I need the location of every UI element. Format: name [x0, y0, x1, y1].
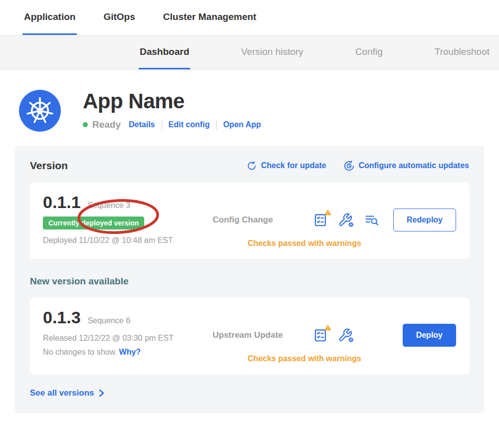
- current-version-card: 0.1.1 Sequence 3 Currently deployed vers…: [30, 183, 469, 259]
- tab-version-history[interactable]: Version history: [240, 35, 304, 69]
- details-link[interactable]: Details: [129, 120, 155, 129]
- version-panel: Version Check for update Configure autom…: [15, 146, 484, 413]
- current-version-number: 0.1.1: [43, 193, 81, 212]
- released-timestamp: Released 12/12/22 @ 03:30 pm EST: [43, 334, 208, 343]
- preflight-checks-icon[interactable]: [313, 213, 328, 227]
- top-nav: Application GitOps Cluster Management: [0, 0, 499, 35]
- configure-auto-updates-label: Configure automatic updates: [359, 161, 469, 170]
- divider: [216, 120, 217, 130]
- current-version-type: Config Change: [213, 215, 300, 225]
- new-version-heading: New version available: [30, 276, 469, 287]
- deployed-timestamp: Deployed 11/10/22 @ 10:48 am EST: [43, 236, 208, 245]
- deploy-button[interactable]: Deploy: [403, 324, 456, 347]
- why-link[interactable]: Why?: [119, 348, 141, 356]
- chevron-right-icon: [98, 389, 104, 398]
- top-nav-item-gitops[interactable]: GitOps: [102, 0, 136, 35]
- new-version-card: 0.1.3 Sequence 6 Released 12/12/22 @ 03:…: [30, 298, 469, 374]
- current-checks-status: Checks passed with warnings: [213, 239, 456, 248]
- new-version-number: 0.1.3: [43, 308, 81, 327]
- tab-dashboard[interactable]: Dashboard: [139, 35, 190, 69]
- see-all-versions-label: See all versions: [30, 388, 94, 398]
- app-header: App Name Ready Details Edit config Open …: [0, 70, 499, 132]
- divider: [162, 120, 162, 130]
- no-changes-label: No changes to show.: [43, 348, 117, 356]
- top-nav-item-application[interactable]: Application: [22, 0, 77, 35]
- deployed-version-badge: Currently deployed version: [43, 217, 144, 229]
- check-for-update-button[interactable]: Check for update: [247, 160, 326, 172]
- tab-config[interactable]: Config: [354, 35, 384, 69]
- see-all-versions-link[interactable]: See all versions: [30, 388, 104, 398]
- view-diff-icon[interactable]: [364, 213, 379, 227]
- check-for-update-label: Check for update: [261, 161, 326, 170]
- refresh-icon: [247, 161, 257, 171]
- redeploy-button[interactable]: Redeploy: [393, 209, 456, 231]
- kubernetes-logo-icon: [19, 90, 61, 132]
- config-tools-icon[interactable]: [338, 328, 354, 343]
- sub-nav: Dashboard Version history Config Trouble…: [0, 35, 499, 70]
- warning-triangle-icon: [324, 324, 332, 331]
- new-sequence-label: Sequence 6: [88, 316, 130, 325]
- preflight-checks-icon[interactable]: [313, 328, 328, 343]
- auto-update-clock-icon: [343, 160, 355, 172]
- status-label: Ready: [92, 119, 121, 130]
- status-dot: [83, 122, 88, 127]
- open-app-link[interactable]: Open App: [223, 120, 261, 129]
- configure-auto-updates-button[interactable]: Configure automatic updates: [343, 160, 469, 172]
- edit-config-link[interactable]: Edit config: [169, 120, 210, 129]
- new-checks-status: Checks passed with warnings: [213, 354, 456, 363]
- page-title: App Name: [83, 90, 261, 113]
- app-status-row: Ready Details Edit config Open App: [83, 119, 261, 130]
- config-tools-icon[interactable]: [338, 213, 354, 228]
- version-heading: Version: [30, 160, 68, 172]
- warning-triangle-icon: [324, 209, 332, 216]
- top-nav-item-cluster-management[interactable]: Cluster Management: [162, 0, 258, 35]
- current-sequence-label: Sequence 3: [88, 201, 130, 210]
- tab-troubleshoot[interactable]: Troubleshoot: [434, 35, 491, 69]
- new-version-type: Upstream Update: [213, 330, 300, 340]
